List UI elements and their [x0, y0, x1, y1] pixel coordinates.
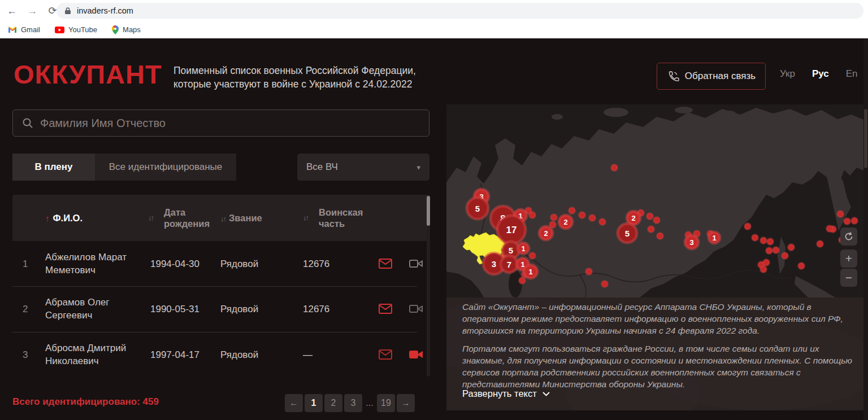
map-dot-marker[interactable] [745, 224, 751, 230]
map-dot-marker[interactable] [752, 235, 758, 241]
pagination-page-2[interactable]: 2 [324, 394, 342, 412]
page-scrollbar-thumb[interactable] [864, 109, 867, 168]
address-bar[interactable]: invaders-rf.com [57, 3, 863, 19]
map-dot-marker[interactable] [519, 278, 526, 284]
map-cluster-count: 1 [712, 234, 716, 242]
map-cluster-count: 2 [631, 214, 635, 222]
browser-back-button[interactable]: ← [5, 3, 19, 18]
lang-ukr[interactable]: Укр [780, 68, 795, 80]
table-row[interactable]: 1 Абжелилов Марат Меметович 1994-04-30 Р… [12, 241, 429, 287]
map-dot-marker[interactable] [648, 226, 654, 233]
video-icon-active[interactable] [408, 348, 424, 361]
row-number: 2 [23, 303, 28, 316]
mail-icon[interactable] [377, 302, 393, 316]
table-scrollbar-thumb[interactable] [427, 196, 430, 226]
sort-both-icon: ↓↑ [148, 212, 153, 224]
map-dot-marker[interactable] [817, 241, 823, 247]
subtitle-line-1: Поименный список военных Российской Феде… [173, 64, 416, 77]
pagination-next-button[interactable]: → [397, 394, 415, 412]
bookmark-youtube[interactable]: YouTube [55, 25, 97, 34]
pagination-page-3[interactable]: 3 [344, 394, 362, 412]
mail-icon[interactable] [377, 348, 393, 361]
map-dot-marker[interactable] [761, 238, 767, 244]
map-dot-marker[interactable] [782, 253, 788, 259]
map-dot-marker[interactable] [798, 263, 805, 269]
map-dot-marker[interactable] [569, 208, 575, 214]
row-unit: 12676 [303, 303, 329, 316]
row-rank: Рядовой [220, 348, 258, 361]
pagination-page-19[interactable]: 19 [377, 394, 395, 412]
map-dot-marker[interactable] [761, 266, 767, 273]
row-separator [12, 286, 417, 287]
pagination-prev-button[interactable]: ← [285, 394, 303, 412]
column-header-birthdate[interactable]: ↓↑Дата рождения [148, 207, 216, 229]
column-header-rank[interactable]: ↓↑Звание [220, 212, 262, 225]
table-row[interactable]: 3 Абросма Дмитрий Николаевич 1997-04-17 … [12, 332, 429, 378]
browser-forward-button[interactable]: → [25, 3, 40, 18]
mail-icon[interactable] [377, 257, 393, 270]
row-birthdate: 1994-04-30 [150, 257, 199, 270]
pagination: ← 1 2 3 ... 19 → [285, 394, 415, 412]
map-cluster-count: 3 [492, 259, 496, 269]
map-dot-marker[interactable] [611, 165, 618, 171]
russia-map[interactable]: 358117222551371131 [446, 104, 868, 298]
row-number: 1 [23, 257, 28, 270]
map-dot-marker[interactable] [579, 212, 585, 218]
column-header-unit[interactable]: ↓↑Воинская часть [303, 207, 376, 229]
pagination-page-1[interactable]: 1 [305, 394, 323, 412]
map-dot-marker[interactable] [600, 219, 606, 225]
site-logo[interactable]: ОККУПАНТ [14, 59, 162, 90]
map-refresh-button[interactable] [840, 228, 857, 246]
bookmark-maps[interactable]: Maps [112, 25, 141, 34]
language-switcher: Укр Рус En [780, 68, 858, 80]
row-rank: Рядовой [220, 257, 258, 270]
map-zoom-in-button[interactable]: + [840, 250, 857, 268]
video-icon[interactable] [408, 257, 424, 270]
map-dot-marker[interactable] [602, 281, 608, 287]
map-dot-marker[interactable] [852, 218, 858, 224]
refresh-icon [844, 231, 854, 242]
row-birthdate: 1997-04-17 [150, 348, 199, 361]
map-dot-marker[interactable] [773, 247, 779, 253]
map-panel: 358117222551371131 + − Сайт «Оккупант» –… [446, 104, 868, 410]
map-dot-marker[interactable] [844, 218, 850, 225]
search-box [12, 110, 429, 137]
map-dot-marker[interactable] [530, 253, 536, 259]
map-dot-marker[interactable] [551, 215, 557, 221]
map-zoom-out-button[interactable]: − [840, 269, 857, 287]
bookmark-gmail[interactable]: Gmail [8, 25, 40, 34]
map-dot-marker[interactable] [589, 215, 596, 221]
lock-icon [64, 7, 71, 15]
chevron-down-icon: ▾ [416, 163, 420, 172]
map-dot-marker[interactable] [586, 269, 592, 275]
about-text: Сайт «Оккупант» – информационный ресурс … [462, 301, 859, 396]
map-dot-marker[interactable] [837, 211, 844, 217]
column-header-name[interactable]: ↑Ф.И.О. [45, 212, 83, 224]
tab-all-identified[interactable]: Все идентифицированые [95, 154, 236, 181]
table-row[interactable]: 2 Абрамов Олег Сергеевич 1990-05-31 Рядо… [12, 286, 429, 332]
search-input[interactable] [40, 117, 429, 130]
about-paragraph-2: Порталом смогут пользоваться граждане Ро… [462, 343, 859, 390]
page-scrollbar-track[interactable] [863, 38, 868, 420]
map-dot-marker[interactable] [766, 248, 772, 254]
map-cluster-count: 2 [563, 218, 567, 226]
row-separator [12, 332, 417, 333]
map-dot-marker[interactable] [654, 217, 660, 224]
map-dot-marker[interactable] [763, 260, 770, 266]
lang-en[interactable]: En [846, 68, 858, 80]
youtube-icon [55, 27, 64, 33]
video-icon[interactable] [408, 302, 424, 316]
map-dot-marker[interactable] [788, 244, 795, 251]
row-name: Абжелилов Марат Меметович [45, 251, 138, 277]
military-unit-dropdown[interactable]: Все ВЧ ▾ [297, 154, 429, 181]
sort-asc-icon: ↑ [45, 213, 50, 223]
map-dot-marker[interactable] [767, 239, 774, 245]
map-dot-marker[interactable] [827, 226, 833, 232]
expand-text-button[interactable]: Развернуть текст [462, 388, 550, 399]
lang-rus[interactable]: Рус [812, 68, 829, 80]
map-dot-marker[interactable] [657, 233, 663, 239]
feedback-button[interactable]: Обратная связь [657, 63, 766, 90]
tab-captured[interactable]: В плену [12, 154, 95, 181]
map-cluster-count: 7 [507, 260, 511, 269]
map-dot-marker[interactable] [647, 213, 653, 220]
